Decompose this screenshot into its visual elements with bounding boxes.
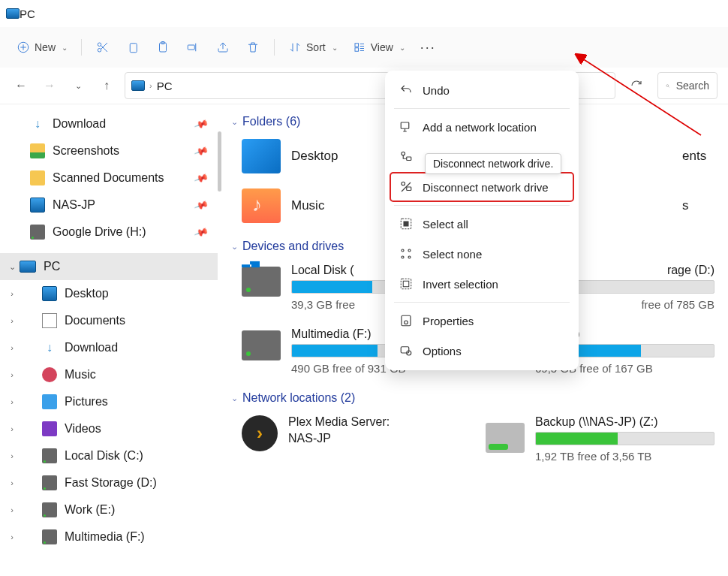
menu-label: Select all (423, 218, 468, 231)
svg-point-2 (98, 49, 101, 53)
sidebar-item-download[interactable]: ↓Download📌 (0, 110, 218, 137)
new-button[interactable]: New ⌄ (11, 34, 74, 61)
sort-label: Sort (306, 41, 326, 53)
cut-button[interactable] (89, 34, 116, 61)
menu-options[interactable]: Options (390, 336, 574, 366)
drive-icon (42, 475, 57, 490)
menu-disconnect-drive[interactable]: Disconnect network drive (390, 172, 574, 202)
sidebar-item-screenshots[interactable]: Screenshots📌 (0, 137, 218, 164)
select-all-icon (399, 216, 414, 231)
recent-button[interactable]: ⌄ (68, 75, 89, 96)
sidebar-item-nas[interactable]: NAS-JP📌 (0, 191, 218, 219)
paste-button[interactable] (149, 34, 176, 61)
net-plex[interactable]: › Plex Media Server: NAS-JP (242, 415, 471, 463)
svg-rect-22 (403, 281, 409, 287)
network-drive-icon (399, 149, 414, 164)
picture-icon (42, 394, 57, 409)
menu-label: Undo (423, 84, 450, 97)
music-icon (42, 367, 57, 382)
view-button[interactable]: View ⌄ (347, 34, 411, 61)
sidebar-item-videos[interactable]: ›Videos (0, 415, 218, 442)
chevron-right-icon[interactable]: › (6, 505, 18, 514)
pin-icon: 📌 (194, 225, 209, 240)
folder-label: ents (682, 149, 706, 164)
chevron-right-icon[interactable]: › (6, 316, 18, 325)
forward-button[interactable]: → (39, 75, 60, 96)
menu-undo[interactable]: Undo (390, 75, 574, 105)
menu-select-all[interactable]: Select all (390, 209, 574, 239)
sidebar-item-desktop[interactable]: ›Desktop (0, 280, 218, 307)
sidebar-item-documents[interactable]: ›Documents (0, 307, 218, 334)
group-network[interactable]: ⌄Network locations (2) (231, 391, 714, 405)
net-backup[interactable]: Backup (\\NAS-JP) (Z:) 1,92 TB free of 3… (486, 415, 714, 463)
new-label: New (35, 41, 56, 53)
sidebar-item-label: Local Disk (C:) (65, 449, 143, 463)
sidebar-item-label: Pictures (65, 395, 108, 409)
sidebar-item-label: Multimedia (F:) (65, 530, 145, 544)
svg-rect-14 (407, 187, 411, 191)
svg-rect-16 (404, 222, 408, 226)
svg-rect-21 (401, 279, 411, 289)
sidebar-item-pictures[interactable]: ›Pictures (0, 388, 218, 415)
chevron-right-icon[interactable]: › (6, 451, 18, 460)
menu-invert[interactable]: Invert selection (390, 269, 574, 299)
svg-point-1 (98, 43, 101, 47)
menu-select-none[interactable]: Select none (390, 239, 574, 269)
video-icon (42, 421, 57, 436)
menu-separator (394, 205, 570, 206)
separator (81, 39, 82, 56)
scrollbar-thumb[interactable] (218, 131, 221, 191)
body: ↓Download📌 Screenshots📌 Scanned Document… (0, 104, 728, 576)
menu-add-network[interactable]: Add a network location (390, 112, 574, 142)
sidebar-item-label: NAS-JP (53, 198, 95, 212)
chevron-right-icon[interactable]: › (6, 424, 18, 433)
window-title: PC (20, 8, 35, 20)
sort-button[interactable]: Sort ⌄ (282, 34, 344, 61)
sidebar-item-label: Download (65, 341, 118, 354)
share-button[interactable] (209, 34, 236, 61)
trash-icon (246, 41, 260, 54)
sidebar-item-gdrive[interactable]: Google Drive (H:)📌 (0, 219, 218, 246)
net-line2: NAS-JP (288, 432, 390, 445)
monitor-icon (42, 286, 57, 301)
drive-icon (42, 529, 57, 544)
sidebar-item-c[interactable]: ›Local Disk (C:) (0, 442, 218, 469)
svg-point-19 (408, 249, 411, 252)
more-button[interactable]: ··· (414, 34, 442, 61)
menu-properties[interactable]: Properties (390, 306, 574, 336)
breadcrumb[interactable]: PC (157, 80, 173, 92)
svg-rect-10 (401, 122, 409, 128)
sidebar-item-pc[interactable]: ⌄PC (0, 253, 218, 280)
chevron-right-icon[interactable]: › (6, 370, 18, 379)
chevron-right-icon[interactable]: › (6, 343, 18, 352)
sidebar-item-music[interactable]: ›Music (0, 361, 218, 388)
chevron-right-icon[interactable]: › (6, 289, 18, 298)
up-button[interactable]: ↑ (96, 75, 117, 96)
sidebar-item-e[interactable]: ›Work (E:) (0, 496, 218, 523)
chevron-down-icon: ⌄ (231, 117, 238, 127)
back-button[interactable]: ← (11, 75, 32, 96)
sidebar-item-download2[interactable]: ›↓Download (0, 334, 218, 361)
windows-drive-icon (242, 267, 281, 297)
rename-button[interactable] (179, 34, 206, 61)
pc-icon (20, 261, 36, 273)
chevron-right-icon[interactable]: › (6, 532, 18, 541)
chevron-right-icon[interactable]: › (6, 397, 18, 406)
delete-button[interactable] (239, 34, 266, 61)
rename-icon (186, 41, 200, 54)
menu-separator (394, 108, 570, 109)
sidebar-item-f[interactable]: ›Multimedia (F:) (0, 523, 218, 550)
chevron-down-icon[interactable]: ⌄ (6, 262, 18, 272)
sidebar-item-d[interactable]: ›Fast Storage (D:) (0, 469, 218, 496)
chevron-right-icon[interactable]: › (6, 478, 18, 487)
pin-icon: 📌 (194, 143, 209, 158)
pin-icon: 📌 (194, 198, 209, 213)
menu-separator (394, 302, 570, 303)
sidebar-item-scanned[interactable]: Scanned Documents📌 (0, 164, 218, 191)
chevron-down-icon: ⌄ (231, 242, 238, 252)
copy-button[interactable] (119, 34, 146, 61)
svg-point-24 (405, 321, 408, 324)
drive-free: 1,92 TB free of 3,56 TB (535, 450, 714, 463)
sidebar-item-label: Music (65, 368, 96, 381)
context-menu: Undo Add a network location Disconnect n… (385, 71, 579, 370)
